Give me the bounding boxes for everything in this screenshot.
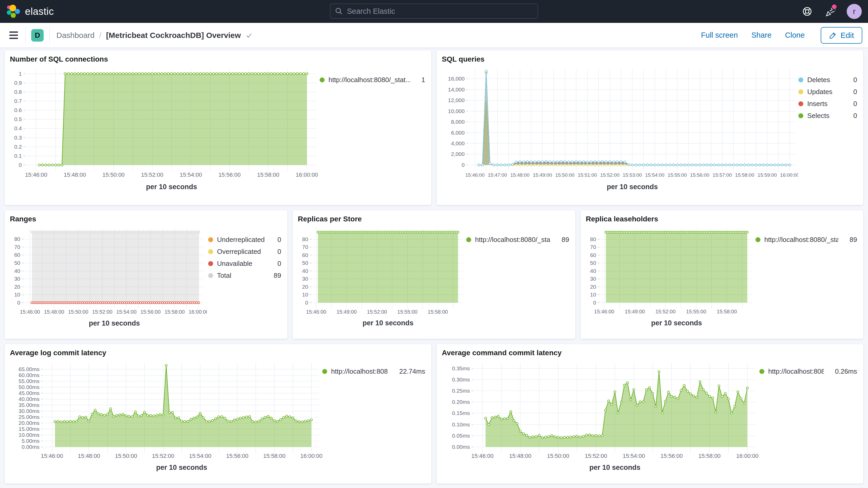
svg-text:1: 1 (19, 71, 22, 77)
help-button[interactable] (800, 4, 814, 19)
global-search[interactable] (330, 4, 538, 19)
svg-text:15:49:00: 15:49:00 (533, 172, 552, 178)
menu-button[interactable] (8, 30, 20, 40)
legend-value: 0 (270, 248, 281, 256)
legend-item[interactable]: http://localhost:8080...0.26ms (760, 367, 857, 375)
svg-text:15:55:00: 15:55:00 (397, 309, 417, 315)
legend-label: http://localhost:8080... (768, 367, 824, 375)
legend-item[interactable]: Deletes0 (798, 76, 857, 84)
svg-text:15:56:00: 15:56:00 (218, 172, 241, 178)
breadcrumb-separator: / (99, 31, 101, 40)
svg-text:10: 10 (590, 292, 596, 298)
legend-swatch-icon (322, 369, 327, 374)
svg-text:15:50:00: 15:50:00 (68, 309, 88, 315)
svg-text:15:46:00: 15:46:00 (306, 309, 327, 315)
svg-text:15:58:00: 15:58:00 (164, 309, 185, 315)
chart-title: Ranges (10, 215, 282, 223)
avatar-initial: r (853, 7, 856, 16)
legend-label: Overreplicated (217, 248, 261, 256)
svg-text:0.2: 0.2 (14, 144, 22, 150)
chart-canvas-avg-command-commit-latency[interactable]: 0.00ms0.05ms0.10ms0.15ms0.20ms0.25ms0.30… (442, 359, 758, 476)
chart-canvas-ranges[interactable]: 0102030405060708015:46:0015:48:0015:50:0… (10, 225, 207, 330)
edit-button[interactable]: Edit (821, 27, 862, 44)
legend-swatch-icon (760, 369, 764, 374)
whats-new-button[interactable] (823, 4, 838, 19)
svg-text:0.10ms: 0.10ms (452, 422, 470, 427)
chart-canvas-avg-log-commit-latency[interactable]: 0.00ms5.00ms10.00ms15.00ms20.00ms25.00ms… (10, 359, 322, 476)
chart-canvas-sql-queries[interactable]: 02,0004,0006,0008,00010,00012,00014,0001… (442, 65, 798, 195)
svg-text:15:52:00: 15:52:00 (585, 453, 607, 459)
legend-item[interactable]: Updates0 (798, 88, 857, 96)
user-avatar[interactable]: r (847, 4, 862, 19)
chart-title: Replica leaseholders (586, 215, 858, 223)
legend-label: Underreplicated (217, 236, 265, 244)
legend-label: Selects (807, 112, 829, 120)
chart-legend: Deletes0Updates0Inserts0Selects0 (798, 76, 858, 124)
svg-text:15:48:00: 15:48:00 (44, 309, 64, 315)
share-link[interactable]: Share (751, 31, 771, 39)
svg-text:0.9: 0.9 (14, 80, 22, 86)
svg-text:10,000: 10,000 (448, 108, 465, 114)
svg-text:16:00:00: 16:00:00 (736, 453, 758, 459)
legend-item[interactable]: Underreplicated0 (208, 236, 281, 244)
svg-text:70: 70 (14, 244, 20, 250)
legend-label: http://localhost:808... (331, 367, 388, 375)
legend-value: 1 (414, 76, 425, 84)
svg-text:per 10 seconds: per 10 seconds (589, 464, 641, 471)
clone-link[interactable]: Clone (785, 31, 805, 39)
legend-label: http://localhost:8080/_sta... (764, 236, 838, 244)
breadcrumb: Dashboard / [Metricbeat CockroachDB] Ove… (56, 31, 253, 40)
svg-text:80: 80 (302, 236, 308, 242)
legend-item[interactable]: Overreplicated0 (208, 248, 281, 256)
legend-value: 0 (846, 100, 857, 108)
svg-text:16:00:00: 16:00:00 (300, 453, 322, 459)
legend-item[interactable]: Inserts0 (798, 100, 857, 108)
chart-canvas-replicas-per-store[interactable]: 0102030405060708015:46:0015:49:0015:52:0… (298, 225, 466, 330)
search-input[interactable] (346, 7, 533, 16)
svg-text:16:00:00: 16:00:00 (296, 172, 318, 178)
full-screen-link[interactable]: Full screen (701, 31, 738, 39)
svg-text:5.00ms: 5.00ms (22, 438, 39, 444)
svg-text:10: 10 (14, 292, 20, 298)
legend-value: 0 (270, 260, 281, 268)
chart-title: SQL queries (442, 55, 858, 63)
svg-text:60: 60 (14, 252, 20, 258)
brand-name: elastic (25, 6, 54, 17)
chart-canvas-sql-connections[interactable]: 00.10.20.30.40.50.60.70.80.9115:46:0015:… (10, 65, 320, 195)
chart-legend: http://localhost:808...22.74ms (322, 367, 426, 379)
svg-text:80: 80 (590, 236, 596, 242)
legend-value: 0.26ms (828, 367, 857, 375)
svg-text:15:46:00: 15:46:00 (471, 453, 494, 459)
svg-text:15:46:00: 15:46:00 (20, 309, 40, 315)
svg-text:15:56:00: 15:56:00 (226, 453, 248, 459)
legend-item[interactable]: http://localhost:8080/_stat...1 (320, 76, 425, 84)
legend-item[interactable]: Total89 (208, 272, 281, 280)
svg-text:60: 60 (302, 252, 308, 258)
legend-item[interactable]: Selects0 (798, 112, 857, 120)
svg-text:per 10 seconds: per 10 seconds (363, 319, 413, 327)
legend-item[interactable]: http://localhost:8080/_sta...89 (755, 236, 857, 244)
svg-text:0.00ms: 0.00ms (452, 444, 470, 450)
brand[interactable]: elastic (6, 4, 54, 19)
svg-text:15:52:00: 15:52:00 (600, 172, 620, 178)
svg-text:0.5: 0.5 (14, 116, 22, 122)
legend-value: 0 (846, 112, 857, 120)
dashboard-app-badge[interactable]: D (31, 29, 44, 41)
legend-swatch-icon (798, 78, 803, 82)
chart-legend: http://localhost:8080/_sta...89 (466, 236, 570, 248)
svg-text:80: 80 (14, 236, 20, 242)
legend-item[interactable]: http://localhost:808...22.74ms (322, 367, 425, 375)
svg-text:0.35ms: 0.35ms (452, 365, 470, 371)
svg-text:40.00ms: 40.00ms (19, 396, 39, 402)
legend-item[interactable]: Unavailable0 (208, 260, 281, 268)
svg-text:15:58:00: 15:58:00 (698, 453, 721, 459)
title-check-icon[interactable] (245, 31, 253, 39)
svg-text:15:50:00: 15:50:00 (547, 453, 569, 459)
legend-swatch-icon (208, 237, 213, 242)
legend-item[interactable]: http://localhost:8080/_sta...89 (466, 236, 569, 244)
svg-text:2,000: 2,000 (451, 151, 464, 157)
svg-text:16:00:00: 16:00:00 (189, 309, 207, 315)
chart-canvas-replica-leaseholders[interactable]: 0102030405060708015:46:0015:49:0015:52:0… (586, 225, 755, 330)
svg-text:15:58:00: 15:58:00 (257, 172, 279, 178)
breadcrumb-dashboard[interactable]: Dashboard (56, 31, 95, 40)
